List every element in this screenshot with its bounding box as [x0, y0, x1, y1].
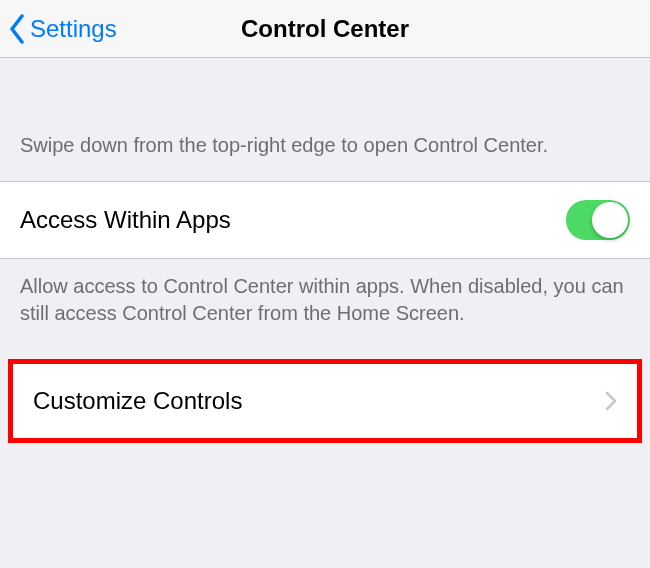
access-within-apps-row: Access Within Apps	[0, 181, 650, 259]
navbar: Settings Control Center	[0, 0, 650, 58]
highlight-box: Customize Controls	[8, 359, 642, 443]
section-description: Swipe down from the top-right edge to op…	[0, 58, 650, 181]
back-button[interactable]: Settings	[0, 0, 117, 57]
back-label: Settings	[30, 15, 117, 43]
access-within-apps-toggle[interactable]	[566, 200, 630, 240]
chevron-left-icon	[8, 14, 26, 44]
toggle-knob	[592, 202, 628, 238]
customize-controls-label: Customize Controls	[33, 387, 242, 415]
access-within-apps-label: Access Within Apps	[20, 206, 231, 234]
customize-controls-row[interactable]: Customize Controls	[13, 364, 637, 438]
access-within-apps-footer: Allow access to Control Center within ap…	[0, 259, 650, 355]
chevron-right-icon	[605, 391, 617, 411]
